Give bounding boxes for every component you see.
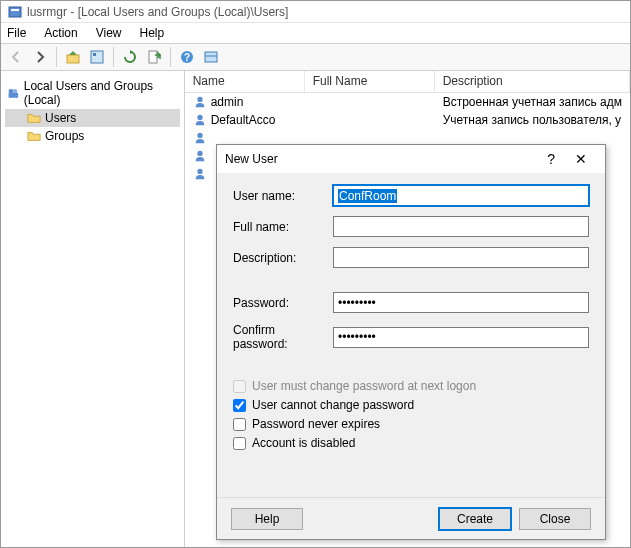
- svg-rect-8: [205, 52, 217, 62]
- separator: [56, 47, 57, 67]
- dialog-title: New User: [225, 152, 537, 166]
- tree-groups[interactable]: Groups: [5, 127, 180, 145]
- username-value: ConfRoom: [338, 189, 397, 203]
- user-icon: [193, 113, 207, 127]
- svg-rect-3: [91, 51, 103, 63]
- description-label: Description:: [233, 251, 333, 265]
- menu-action[interactable]: Action: [44, 26, 77, 40]
- svg-rect-4: [93, 53, 96, 56]
- check-must-change-label: User must change password at next logon: [252, 379, 476, 393]
- user-row[interactable]: admin Встроенная учетная запись адм: [185, 93, 630, 111]
- refresh-button[interactable]: [119, 46, 141, 68]
- password-label: Password:: [233, 296, 333, 310]
- svg-text:?: ?: [184, 52, 190, 63]
- fullname-row: Full name:: [233, 216, 589, 237]
- svg-rect-0: [9, 7, 21, 17]
- user-row[interactable]: DefaultAcco Учетная запись пользователя,…: [185, 111, 630, 129]
- svg-rect-2: [67, 55, 79, 63]
- svg-point-16: [197, 151, 202, 156]
- col-description[interactable]: Description: [435, 71, 630, 92]
- dialog-footer: Help Create Close: [217, 497, 605, 539]
- user-icon: [193, 131, 207, 145]
- tree-users-label: Users: [45, 111, 76, 125]
- new-user-dialog: New User ? ✕ User name: ConfRoom Full na…: [216, 144, 606, 540]
- close-icon[interactable]: ✕: [565, 151, 597, 167]
- svg-point-14: [197, 115, 202, 120]
- titlebar: lusrmgr - [Local Users and Groups (Local…: [1, 1, 630, 23]
- check-disabled-box[interactable]: [233, 437, 246, 450]
- tree-users[interactable]: Users: [5, 109, 180, 127]
- export-button[interactable]: [143, 46, 165, 68]
- username-label: User name:: [233, 189, 333, 203]
- confirm-field[interactable]: [333, 327, 589, 348]
- username-row: User name: ConfRoom: [233, 185, 589, 206]
- folder-icon: [27, 111, 41, 125]
- svg-rect-5: [149, 51, 157, 63]
- up-button[interactable]: [62, 46, 84, 68]
- menu-help[interactable]: Help: [140, 26, 165, 40]
- help-button[interactable]: Help: [231, 508, 303, 530]
- dialog-titlebar: New User ? ✕: [217, 145, 605, 173]
- col-name[interactable]: Name: [185, 71, 305, 92]
- menu-view[interactable]: View: [96, 26, 122, 40]
- col-fullname[interactable]: Full Name: [305, 71, 435, 92]
- list-header: Name Full Name Description: [185, 71, 630, 93]
- svg-point-17: [197, 169, 202, 174]
- check-never-expires[interactable]: Password never expires: [233, 417, 589, 431]
- check-never-expires-label: Password never expires: [252, 417, 380, 431]
- svg-point-15: [197, 133, 202, 138]
- properties-button[interactable]: [86, 46, 108, 68]
- app-icon: [7, 4, 23, 20]
- user-name: admin: [211, 95, 244, 109]
- user-desc: Встроенная учетная запись адм: [435, 95, 630, 109]
- user-icon: [193, 149, 207, 163]
- check-must-change-box: [233, 380, 246, 393]
- toolbar: ?: [1, 43, 630, 71]
- close-button[interactable]: Close: [519, 508, 591, 530]
- user-icon: [193, 95, 207, 109]
- tree-root-label: Local Users and Groups (Local): [24, 79, 178, 107]
- confirm-row: Confirm password:: [233, 323, 589, 351]
- dialog-body: User name: ConfRoom Full name: Descripti…: [217, 173, 605, 497]
- user-name: DefaultAcco: [211, 113, 276, 127]
- back-button[interactable]: [5, 46, 27, 68]
- password-field[interactable]: [333, 292, 589, 313]
- user-desc: Учетная запись пользователя, у: [435, 113, 630, 127]
- svg-point-13: [197, 97, 202, 102]
- view-button[interactable]: [200, 46, 222, 68]
- svg-rect-12: [9, 93, 19, 98]
- menu-file[interactable]: File: [7, 26, 26, 40]
- forward-button[interactable]: [29, 46, 51, 68]
- tree-panel: Local Users and Groups (Local) Users Gro…: [1, 71, 185, 547]
- create-button[interactable]: Create: [439, 508, 511, 530]
- separator: [170, 47, 171, 67]
- confirm-label: Confirm password:: [233, 323, 333, 351]
- check-must-change: User must change password at next logon: [233, 379, 589, 393]
- description-row: Description:: [233, 247, 589, 268]
- group-root-icon: [7, 86, 20, 100]
- username-field[interactable]: ConfRoom: [333, 185, 589, 206]
- fullname-field[interactable]: [333, 216, 589, 237]
- help-button[interactable]: ?: [176, 46, 198, 68]
- help-icon[interactable]: ?: [537, 151, 565, 167]
- check-disabled[interactable]: Account is disabled: [233, 436, 589, 450]
- folder-icon: [27, 129, 41, 143]
- check-cannot-change-label: User cannot change password: [252, 398, 414, 412]
- password-row: Password:: [233, 292, 589, 313]
- tree-root[interactable]: Local Users and Groups (Local): [5, 77, 180, 109]
- description-field[interactable]: [333, 247, 589, 268]
- check-never-expires-box[interactable]: [233, 418, 246, 431]
- user-icon: [193, 167, 207, 181]
- menubar: File Action View Help: [1, 23, 630, 43]
- fullname-label: Full name:: [233, 220, 333, 234]
- check-cannot-change[interactable]: User cannot change password: [233, 398, 589, 412]
- tree-groups-label: Groups: [45, 129, 84, 143]
- check-cannot-change-box[interactable]: [233, 399, 246, 412]
- separator: [113, 47, 114, 67]
- svg-rect-1: [11, 9, 19, 11]
- check-disabled-label: Account is disabled: [252, 436, 355, 450]
- window-title: lusrmgr - [Local Users and Groups (Local…: [27, 5, 288, 19]
